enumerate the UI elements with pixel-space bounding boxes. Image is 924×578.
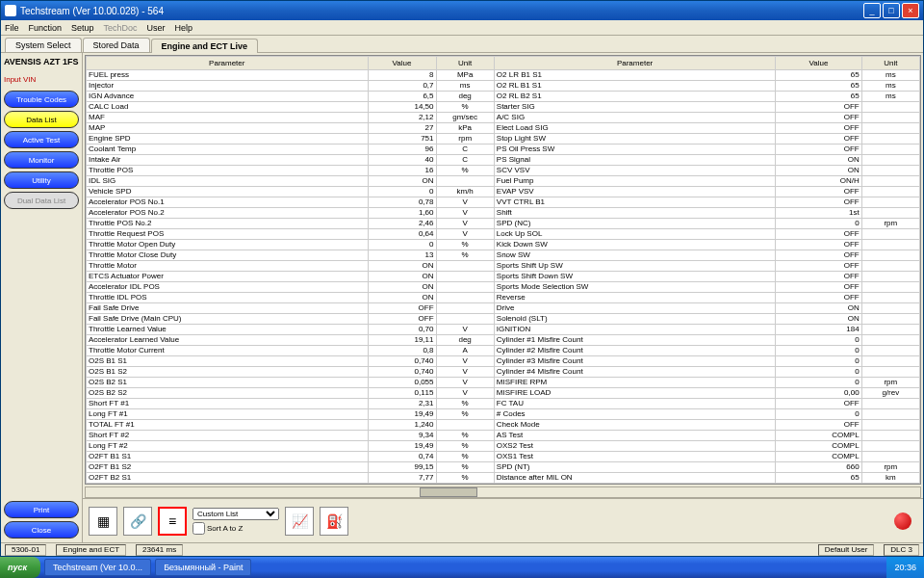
table-row[interactable]: Throttle Motor Open Duty0%Kick Down SWOF… <box>87 240 920 250</box>
table-row[interactable]: O2FT B2 S299,15%AT Fluid Temp69C <box>87 484 920 486</box>
utility-button[interactable]: Utility <box>4 171 79 189</box>
table-row[interactable]: Vehicle SPD0km/hEVAP VSVOFF <box>87 187 920 197</box>
table-row[interactable]: O2S B2 S10,055VMISFIRE RPM0rpm <box>87 378 920 388</box>
monitor-button[interactable]: Monitor <box>4 151 79 169</box>
menu-techdoc[interactable]: TechDoc <box>104 23 138 33</box>
table-row[interactable]: Injector0,7msO2 RL B1 S165ms <box>87 81 920 92</box>
param-cell: Vehicle SPD <box>87 187 369 197</box>
header-unit-1[interactable]: Unit <box>436 57 494 70</box>
param-cell: MISFIRE LOAD <box>494 388 776 399</box>
header-value-2[interactable]: Value <box>776 57 861 70</box>
table-row[interactable]: Accelerator POS No.10,78VVVT CTRL B1OFF <box>87 197 920 208</box>
tab-engine-ect-live[interactable]: Engine and ECT Live <box>151 39 259 53</box>
horizontal-scrollbar[interactable] <box>85 486 921 498</box>
value-cell: OFF <box>776 102 861 113</box>
taskbar-app-techstream[interactable]: Techstream (Ver 10.0... <box>44 559 151 576</box>
menu-file[interactable]: File <box>5 23 19 33</box>
unit-cell: % <box>436 452 494 462</box>
unit-cell <box>861 102 919 113</box>
table-row[interactable]: Throttle IDL POSONReverseOFF <box>87 293 920 303</box>
header-param-1[interactable]: Parameter <box>87 57 369 70</box>
unit-cell: % <box>436 102 494 113</box>
table-row[interactable]: IDL SIGONFuel PumpON/H <box>87 176 920 187</box>
table-row[interactable]: O2FT B1 S299,15%SPD (NT)660rpm <box>87 462 920 473</box>
unit-cell <box>861 303 919 314</box>
table-row[interactable]: Throttle Request POS0,64VLock Up SOLOFF <box>87 229 920 240</box>
tool-graph-icon[interactable]: 📈 <box>285 507 314 536</box>
table-row[interactable]: CALC Load14,50%Starter SIGOFF <box>87 102 920 113</box>
table-row[interactable]: O2S B2 S20,115VMISFIRE LOAD0,00g/rev <box>87 388 920 399</box>
table-row[interactable]: Intake Air40CPS SignalON <box>87 155 920 166</box>
unit-cell <box>861 409 919 420</box>
table-row[interactable]: Accelerator POS No.21,60VShift1st <box>87 208 920 219</box>
table-row[interactable]: Accelerator IDL POSONSports Mode Selecti… <box>87 282 920 293</box>
table-row[interactable]: Throttle Motor Close Duty13%Snow SWOFF <box>87 250 920 261</box>
table-row[interactable]: O2S B1 S20,740VCylinder #4 Misfire Count… <box>87 367 920 378</box>
menu-function[interactable]: Function <box>29 23 63 33</box>
custom-list-select[interactable]: Custom List <box>192 508 279 520</box>
close-panel-button[interactable]: Close <box>4 521 79 539</box>
sort-checkbox[interactable] <box>192 522 205 535</box>
print-button[interactable]: Print <box>4 501 79 518</box>
tab-system-select[interactable]: System Select <box>5 38 82 52</box>
trouble-codes-button[interactable]: Trouble Codes <box>4 91 79 108</box>
sort-checkbox-label[interactable]: Sort A to Z <box>192 522 279 535</box>
table-row[interactable]: Throttle POS No.22,46VSPD (NC)0rpm <box>87 219 920 229</box>
table-row[interactable]: Accelerator Learned Value19,11degCylinde… <box>87 335 920 346</box>
tool-list-icon[interactable]: ≡ <box>158 507 187 536</box>
menu-setup[interactable]: Setup <box>71 23 94 33</box>
table-row[interactable]: Engine SPD751rpmStop Light SWOFF <box>87 134 920 144</box>
table-row[interactable]: TOTAL FT #11,240Check ModeOFF <box>87 420 920 431</box>
table-row[interactable]: Coolant Temp96CPS Oil Press SWOFF <box>87 144 920 155</box>
table-row[interactable]: O2FT B2 S17,77%Distance after MIL ON65km <box>87 473 920 484</box>
value-cell: 0,74 <box>368 452 436 462</box>
header-value-1[interactable]: Value <box>368 57 436 70</box>
table-row[interactable]: Fail Safe DriveOFFDriveON <box>87 303 920 314</box>
status-user: Default User <box>818 544 874 556</box>
value-cell: 13 <box>368 250 436 261</box>
unit-cell: V <box>436 208 494 219</box>
param-cell: O2 RL B1 S1 <box>494 81 776 92</box>
record-button[interactable] <box>894 512 911 530</box>
param-cell: ETCS Actuator Power <box>87 272 369 282</box>
table-row[interactable]: MAF2,12gm/secA/C SIGOFF <box>87 113 920 123</box>
tab-stored-data[interactable]: Stored Data <box>83 38 150 52</box>
unit-cell <box>861 293 919 303</box>
table-row[interactable]: IGN Advance6,5degO2 RL B2 S165ms <box>87 92 920 102</box>
table-row[interactable]: O2FT B1 S10,74%OXS1 TestCOMPL <box>87 452 920 462</box>
table-row[interactable]: Throttle POS16%SCV VSVON <box>87 166 920 176</box>
menu-help[interactable]: Help <box>175 23 193 33</box>
active-test-button[interactable]: Active Test <box>4 131 79 148</box>
table-row[interactable]: O2S B1 S10,740VCylinder #3 Misfire Count… <box>87 356 920 367</box>
table-row[interactable]: MAP27kPaElect Load SIGOFF <box>87 123 920 134</box>
table-row[interactable]: ETCS Actuator PowerONSports Shift Down S… <box>87 272 920 282</box>
table-row[interactable]: Short FT #12,31%FC TAUOFF <box>87 399 920 409</box>
table-row[interactable]: Short FT #29,34%AS TestCOMPL <box>87 431 920 441</box>
dual-data-list-button: Dual Data List <box>4 192 79 209</box>
tool-table-icon[interactable]: ▦ <box>89 507 117 536</box>
data-table-wrap[interactable]: Parameter Value Unit Parameter Value Uni… <box>85 55 921 485</box>
table-row[interactable]: Long FT #219,49%OXS2 TestCOMPL <box>87 441 920 452</box>
table-row[interactable]: Throttle Learned Value0,70VIGNITION184 <box>87 325 920 335</box>
data-list-button[interactable]: Data List <box>4 111 79 128</box>
start-button[interactable]: пуск <box>0 557 40 578</box>
taskbar-app-paint[interactable]: Безымянный - Paint <box>155 559 251 576</box>
minimize-button[interactable]: _ <box>863 3 881 18</box>
input-vin-link[interactable]: Input VIN <box>4 75 79 84</box>
header-param-2[interactable]: Parameter <box>494 57 776 70</box>
maximize-button[interactable]: □ <box>883 3 900 18</box>
table-row[interactable]: FUEL press8MPaO2 LR B1 S165ms <box>87 70 920 81</box>
unit-cell <box>436 282 494 293</box>
header-unit-2[interactable]: Unit <box>861 57 919 70</box>
tool-link-icon[interactable]: 🔗 <box>123 507 152 536</box>
tool-gauge-icon[interactable]: ⛽ <box>320 507 348 536</box>
table-row[interactable]: Fail Safe Drive (Main CPU)OFFSolenoid (S… <box>87 314 920 325</box>
table-row[interactable]: Long FT #119,49%# Codes0 <box>87 409 920 420</box>
system-tray[interactable]: 20:36 <box>886 557 924 578</box>
close-button[interactable]: × <box>902 3 919 18</box>
menu-user[interactable]: User <box>147 23 166 33</box>
table-row[interactable]: Throttle MotorONSports Shift Up SWOFF <box>87 261 920 272</box>
unit-cell: V <box>436 367 494 378</box>
value-cell: 16 <box>368 166 436 176</box>
table-row[interactable]: Throttle Motor Current0,8ACylinder #2 Mi… <box>87 346 920 356</box>
